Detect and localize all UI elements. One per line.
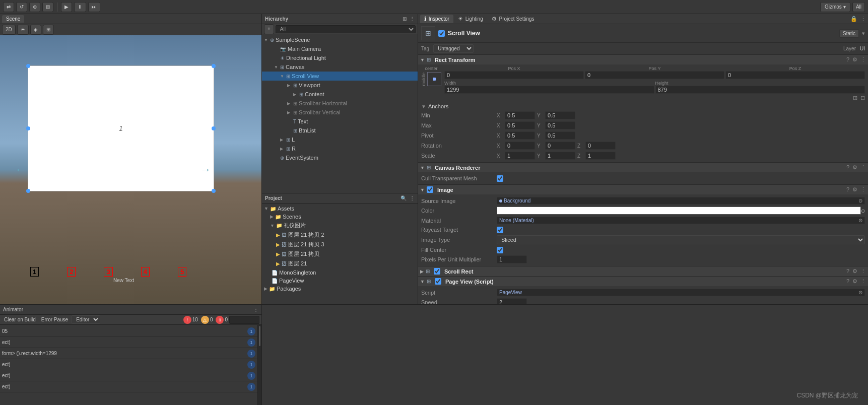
cr-settings-icon[interactable]: ⚙: [852, 164, 857, 171]
cr-help-icon[interactable]: ?: [846, 164, 849, 171]
inspector-more-icon[interactable]: ⋮: [860, 16, 866, 22]
tab-inspector[interactable]: ℹ Inspector: [420, 15, 453, 23]
move-tool-btn[interactable]: ⇄: [3, 2, 14, 12]
pause-btn[interactable]: ⏸: [74, 2, 86, 12]
hierarchy-item-scrollbar-h[interactable]: ▶ ⊞ Scrollbar Horizontal: [262, 99, 418, 108]
hierarchy-item-btnlist[interactable]: ⊞ BtnList: [262, 126, 418, 135]
scene-tab[interactable]: Scene: [2, 15, 24, 23]
hierarchy-item-l[interactable]: ▶ ⊞ L: [262, 135, 418, 144]
right-nav-arrow[interactable]: →: [200, 163, 211, 176]
2d-btn[interactable]: 2D: [2, 25, 16, 35]
rot-y-input[interactable]: [545, 142, 575, 150]
light-btn[interactable]: ☀: [17, 25, 29, 35]
project-item-scenes[interactable]: ▶ 📁 Scenes: [264, 213, 416, 221]
sr-help-icon[interactable]: ?: [846, 268, 849, 275]
rt-anchor-box[interactable]: [427, 72, 441, 86]
raycast-checkbox[interactable]: [497, 227, 503, 233]
img-help-icon[interactable]: ?: [846, 186, 849, 193]
hierarchy-lock-icon[interactable]: ⊞: [403, 16, 407, 22]
scale-tool-btn[interactable]: ⊕: [29, 2, 40, 12]
hierarchy-item-text[interactable]: T Text: [262, 117, 418, 126]
tag-select[interactable]: Untagged: [433, 44, 474, 53]
pv-active-checkbox[interactable]: [435, 278, 441, 285]
scale-x-input[interactable]: [505, 152, 535, 160]
color-swatch[interactable]: [497, 207, 861, 215]
rot-z-input[interactable]: [585, 142, 616, 150]
static-arrow-icon[interactable]: ▾: [862, 30, 865, 37]
sr-settings-icon[interactable]: ⚙: [852, 268, 857, 275]
width-input[interactable]: [444, 86, 654, 94]
animator-search-input[interactable]: [229, 316, 259, 324]
project-item-img1[interactable]: ▶ 🖼 图层 21 拷贝 2: [264, 230, 416, 240]
rect-transform-header[interactable]: ▼ ⊞ Rect Transform ? ⚙ ⋮: [418, 55, 868, 64]
pv-speed-input[interactable]: [497, 298, 527, 304]
log-scrollbar[interactable]: [257, 325, 261, 405]
rt-settings-icon[interactable]: ⚙: [852, 56, 857, 63]
hierarchy-item-eventsystem[interactable]: ⊕ EventSystem: [262, 153, 418, 162]
page-btn-4[interactable]: 4: [141, 267, 150, 277]
project-item-assets[interactable]: ▼ 📁 Assets: [264, 205, 416, 213]
animator-menu-icon[interactable]: ⋮: [253, 307, 258, 312]
img-menu-icon[interactable]: ⋮: [860, 186, 866, 193]
pv-settings-icon[interactable]: ⚙: [852, 278, 857, 285]
source-img-target-icon[interactable]: ⊙: [858, 198, 862, 204]
rt-collapse-icon[interactable]: ⊟: [860, 95, 865, 101]
hierarchy-item-scrollview[interactable]: ▼ ⊞ Scroll View: [262, 72, 418, 81]
project-item-pageview[interactable]: 📄 PageView: [264, 277, 416, 285]
project-item-img3[interactable]: ▶ 🖼 图层 21 拷贝: [264, 249, 416, 259]
project-item-img4[interactable]: ▶ 🖼 图层 21: [264, 259, 416, 268]
tab-lighting[interactable]: ☀ Lighting: [454, 15, 487, 23]
page-view-header[interactable]: ▼ ⊞ Page View (Script) ? ⚙ ⋮: [418, 277, 868, 286]
grid-btn[interactable]: ⊞: [43, 25, 54, 35]
image-type-select[interactable]: Sliced: [497, 235, 865, 244]
component-active-checkbox[interactable]: [438, 30, 445, 37]
anchors-arrow[interactable]: ▼: [421, 104, 426, 109]
pos-x-input[interactable]: [444, 71, 584, 79]
hierarchy-item-samplescene[interactable]: ▼ ⊕ SampleScene: [262, 35, 418, 44]
fx-btn[interactable]: ◈: [30, 25, 41, 35]
hierarchy-menu-icon[interactable]: ⋮: [410, 16, 415, 22]
page-btn-2[interactable]: 2: [67, 267, 76, 277]
gizmos-dropdown[interactable]: Gizmos ▾: [820, 2, 850, 12]
play-btn[interactable]: ▶: [61, 2, 72, 12]
source-image-field[interactable]: Background ⊙: [497, 197, 865, 205]
anchors-max-y-input[interactable]: [545, 121, 575, 129]
project-item-liyitu[interactable]: ▼ 📁 礼仪图片: [264, 221, 416, 230]
hierarchy-item-viewport[interactable]: ▶ ⊞ Viewport: [262, 81, 418, 90]
sr-menu-icon[interactable]: ⋮: [860, 268, 866, 275]
project-search-icon[interactable]: 🔍: [400, 195, 407, 201]
scale-y-input[interactable]: [545, 152, 575, 160]
page-btn-5[interactable]: 5: [178, 267, 186, 277]
pv-script-field[interactable]: PageView ⊙: [497, 289, 865, 296]
anchors-min-x-input[interactable]: [505, 111, 535, 119]
project-item-mono[interactable]: 📄 MonoSingleton: [264, 268, 416, 277]
step-btn[interactable]: ⏭: [88, 2, 100, 12]
anchors-max-x-input[interactable]: [505, 121, 535, 129]
static-btn[interactable]: Static: [839, 29, 859, 38]
pv-script-target[interactable]: ⊙: [858, 290, 862, 295]
canvas-renderer-header[interactable]: ▼ ⊞ Canvas Renderer ? ⚙ ⋮: [418, 163, 868, 172]
hierarchy-item-scrollbar-v[interactable]: ▶ ⊞ Scrollbar Vertical: [262, 108, 418, 117]
height-input[interactable]: [655, 86, 865, 94]
material-field[interactable]: None (Material) ⊙: [497, 217, 865, 224]
inspector-lock-icon[interactable]: 🔒: [850, 16, 857, 22]
cull-checkbox[interactable]: [497, 175, 503, 182]
hierarchy-plus-btn[interactable]: +: [264, 24, 274, 34]
all-btn[interactable]: All: [852, 2, 865, 12]
hierarchy-item-content[interactable]: ▶ ⊞ Content: [262, 90, 418, 99]
hierarchy-all-select[interactable]: All: [276, 25, 416, 33]
rotate-tool-btn[interactable]: ↺: [16, 2, 27, 12]
tab-project-settings[interactable]: ⚙ Project Settings: [488, 15, 539, 23]
hierarchy-item-directionallight[interactable]: ☀ Directional Light: [262, 53, 418, 62]
hierarchy-item-canvas[interactable]: ▼ ⊞ Canvas: [262, 62, 418, 72]
material-target-icon[interactable]: ⊙: [858, 218, 862, 223]
cr-menu-icon[interactable]: ⋮: [860, 164, 866, 171]
left-nav-arrow[interactable]: ←: [15, 163, 26, 176]
fill-center-checkbox[interactable]: [497, 247, 503, 253]
anchors-min-y-input[interactable]: [545, 111, 575, 119]
rot-x-input[interactable]: [505, 142, 535, 150]
hierarchy-item-maincamera[interactable]: 📷 Main Camera: [262, 44, 418, 53]
editor-select[interactable]: Editor: [72, 315, 100, 324]
scroll-rect-header[interactable]: ▶ ⊞ Scroll Rect ? ⚙ ⋮: [418, 266, 868, 276]
pos-y-input[interactable]: [585, 71, 724, 79]
